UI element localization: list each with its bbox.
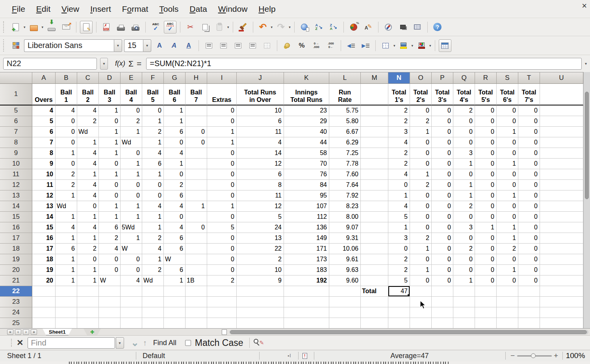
- cell-H19[interactable]: [186, 254, 207, 265]
- cell-R12[interactable]: 0: [475, 180, 497, 190]
- cell-H25[interactable]: [186, 318, 207, 328]
- cell-O15[interactable]: 0: [410, 212, 432, 222]
- cell-N24[interactable]: [388, 307, 410, 318]
- cell-L1[interactable]: Run Rate: [329, 84, 361, 105]
- cell-M14[interactable]: [361, 201, 388, 212]
- cell-G18[interactable]: 6: [164, 244, 186, 254]
- cell-P10[interactable]: 0: [432, 159, 453, 169]
- send-email-icon[interactable]: ↗: [60, 21, 72, 33]
- save-icon[interactable]: ⬇: [45, 21, 58, 33]
- cell-M17[interactable]: [361, 233, 388, 244]
- cell-P1[interactable]: Total 3's: [432, 84, 453, 105]
- cell-H6[interactable]: [186, 116, 207, 127]
- cell-G6[interactable]: 1: [164, 116, 186, 127]
- cell-T8[interactable]: 0: [518, 137, 540, 148]
- sum-icon[interactable]: Σ: [128, 59, 134, 68]
- cell-L5[interactable]: 5.75: [329, 105, 361, 116]
- cell-S16[interactable]: 1: [497, 222, 518, 233]
- cell-R22[interactable]: [475, 286, 497, 297]
- cell-U7[interactable]: [540, 127, 583, 137]
- row-header-14[interactable]: 14: [0, 201, 32, 212]
- cell-M5[interactable]: [361, 105, 388, 116]
- cell-H17[interactable]: [186, 233, 207, 244]
- borders-icon[interactable]: [379, 39, 392, 52]
- decrease-indent-icon[interactable]: ◀: [345, 39, 357, 52]
- row-header-15[interactable]: 15: [0, 212, 32, 222]
- cell-H21[interactable]: 1B: [186, 275, 207, 286]
- cell-K24[interactable]: [284, 307, 329, 318]
- cell-I18[interactable]: 0: [207, 244, 237, 254]
- cell-M19[interactable]: [361, 254, 388, 265]
- column-header-P[interactable]: P: [432, 72, 453, 84]
- column-header-C[interactable]: C: [77, 72, 99, 84]
- name-box[interactable]: [3, 58, 97, 70]
- cell-D19[interactable]: 0: [99, 254, 121, 265]
- cell-R8[interactable]: 0: [475, 137, 497, 148]
- cell-Q9[interactable]: 3: [453, 148, 475, 159]
- cell-T25[interactable]: [518, 318, 540, 328]
- cell-I9[interactable]: 0: [207, 148, 237, 159]
- cell-G11[interactable]: 0: [164, 169, 186, 180]
- redo-dropdown-icon[interactable]: ▾: [289, 25, 291, 29]
- new-document-dropdown-icon[interactable]: ▾: [24, 25, 26, 29]
- cell-O18[interactable]: 1: [410, 244, 432, 254]
- cell-F23[interactable]: [142, 297, 164, 307]
- cell-D9[interactable]: 1: [99, 148, 121, 159]
- cell-N18[interactable]: 0: [388, 244, 410, 254]
- cell-A13[interactable]: 12: [32, 190, 56, 201]
- gallery-icon[interactable]: [397, 21, 409, 33]
- cell-I25[interactable]: [207, 318, 237, 328]
- cell-C8[interactable]: 1: [77, 137, 99, 148]
- cell-C6[interactable]: 2: [77, 116, 99, 127]
- cell-T15[interactable]: 0: [518, 212, 540, 222]
- cell-S20[interactable]: 1: [497, 265, 518, 275]
- cell-A6[interactable]: 5: [32, 116, 56, 127]
- next-sheet-icon[interactable]: ›: [23, 329, 29, 335]
- cell-M20[interactable]: [361, 265, 388, 275]
- cell-A24[interactable]: [32, 307, 56, 318]
- cell-G20[interactable]: 6: [164, 265, 186, 275]
- row-header-23[interactable]: 23: [0, 297, 32, 307]
- cell-N16[interactable]: 1: [388, 222, 410, 233]
- cell-D6[interactable]: 0: [99, 116, 121, 127]
- cell-F7[interactable]: 2: [142, 127, 164, 137]
- cell-F24[interactable]: [142, 307, 164, 318]
- scrollbar-split-handle[interactable]: [222, 329, 227, 335]
- italic-icon[interactable]: A: [168, 39, 180, 52]
- cell-B25[interactable]: [56, 318, 77, 328]
- cell-S1[interactable]: Total 6's: [497, 84, 518, 105]
- cell-E20[interactable]: 0: [121, 265, 142, 275]
- cell-I8[interactable]: 1: [207, 137, 237, 148]
- cell-A21[interactable]: 20: [32, 275, 56, 286]
- auto-spellcheck-icon[interactable]: ABC✓: [164, 21, 176, 33]
- cell-N9[interactable]: 2: [388, 148, 410, 159]
- cell-I1[interactable]: Extras: [207, 84, 237, 105]
- cell-K17[interactable]: 149: [284, 233, 329, 244]
- cell-U25[interactable]: [540, 318, 583, 328]
- cell-C16[interactable]: 4: [77, 222, 99, 233]
- cell-N19[interactable]: 2: [388, 254, 410, 265]
- cell-F14[interactable]: 4: [142, 201, 164, 212]
- cell-T23[interactable]: [518, 297, 540, 307]
- cell-J9[interactable]: 14: [237, 148, 284, 159]
- cell-Q23[interactable]: [453, 297, 475, 307]
- cell-A22[interactable]: [32, 286, 56, 297]
- cell-S11[interactable]: 0: [497, 169, 518, 180]
- cell-A15[interactable]: 14: [32, 212, 56, 222]
- cell-H1[interactable]: Ball 7: [186, 84, 207, 105]
- zoom-out-icon[interactable]: −: [510, 350, 515, 361]
- cell-M22[interactable]: Total: [361, 286, 388, 297]
- cell-C13[interactable]: 4: [77, 190, 99, 201]
- cell-A9[interactable]: 8: [32, 148, 56, 159]
- cell-N15[interactable]: 5: [388, 212, 410, 222]
- cell-R17[interactable]: 0: [475, 233, 497, 244]
- cell-J18[interactable]: 22: [237, 244, 284, 254]
- cell-G14[interactable]: 4: [164, 201, 186, 212]
- cell-L9[interactable]: 7.25: [329, 148, 361, 159]
- cell-F18[interactable]: 4: [142, 244, 164, 254]
- cell-M9[interactable]: [361, 148, 388, 159]
- font-color-icon[interactable]: [415, 39, 428, 52]
- cell-S19[interactable]: 0: [497, 254, 518, 265]
- cell-K16[interactable]: 136: [284, 222, 329, 233]
- cell-C24[interactable]: [77, 307, 99, 318]
